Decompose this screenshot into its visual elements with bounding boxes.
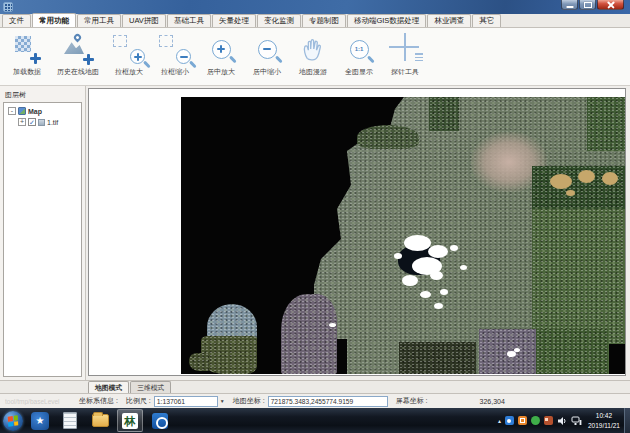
- tab-map-mode[interactable]: 地图模式: [88, 381, 129, 393]
- gis-app-icon: 林: [122, 413, 138, 429]
- show-desktop-button[interactable]: [624, 408, 630, 433]
- tree-node-map[interactable]: - Map: [8, 107, 81, 115]
- tray-antivirus-icon[interactable]: [531, 416, 540, 425]
- full-extent-button[interactable]: 1:1 全图显示: [336, 31, 382, 83]
- tab-common-tools[interactable]: 常用工具: [77, 14, 121, 27]
- clouds: [386, 229, 486, 319]
- imagery-tile: [429, 97, 459, 131]
- imagery-patch-ridge: [281, 294, 337, 374]
- tray-flag-icon[interactable]: [544, 416, 553, 425]
- taskbar-clock[interactable]: 10:42 2019/11/21: [588, 411, 620, 431]
- layer-tree: - Map + ✓ 1.tif: [3, 102, 82, 377]
- ring-app-icon: [152, 413, 168, 429]
- probe-tool-icon: [385, 31, 425, 67]
- full-extent-icon: 1:1: [339, 31, 379, 67]
- windows-logo-icon: [8, 415, 19, 426]
- map-layer-icon: [18, 107, 26, 115]
- star-app-icon: ★: [31, 412, 49, 430]
- maximize-button[interactable]: [579, 0, 596, 10]
- maximize-icon: [584, 2, 592, 8]
- volume-icon[interactable]: [557, 416, 567, 425]
- tray-messenger-icon[interactable]: [505, 416, 514, 425]
- imagery-tile: [587, 97, 625, 151]
- box-zoom-in-icon: [109, 31, 149, 67]
- tab-vector-processing[interactable]: 矢量处理: [212, 14, 256, 27]
- tab-others[interactable]: 其它: [472, 14, 501, 27]
- tab-3d-mode[interactable]: 三维模式: [130, 381, 171, 393]
- imagery-tile: [399, 342, 476, 374]
- map-viewport[interactable]: [88, 88, 626, 376]
- clock-date: 2019/11/21: [588, 421, 620, 431]
- tab-forestry-survey[interactable]: 林业调查: [427, 14, 471, 27]
- nodata-notch: [609, 344, 625, 374]
- map-pan-button[interactable]: 地图漫游: [290, 31, 336, 83]
- app-icon: [3, 2, 13, 12]
- center-zoom-in-icon: [201, 31, 241, 67]
- tab-thematic-mapping[interactable]: 专题制图: [302, 14, 346, 27]
- folder-icon: [92, 414, 109, 427]
- layer-panel-title: 图层树: [0, 86, 85, 103]
- layer-visibility-checkbox[interactable]: ✓: [28, 118, 36, 126]
- tab-change-detection[interactable]: 变化监测: [257, 14, 301, 27]
- taskbar-app-o[interactable]: [147, 409, 173, 432]
- history-online-map-button[interactable]: 历史在线地图: [50, 31, 106, 83]
- coord-system-label: 坐标系信息 :: [79, 396, 118, 406]
- probe-tool-button[interactable]: 探针工具: [382, 31, 428, 83]
- scale-select[interactable]: 1:137061: [154, 396, 218, 407]
- box-zoom-out-icon: [155, 31, 195, 67]
- clock-time: 10:42: [588, 411, 620, 421]
- screen-coord-value: 326,304: [480, 398, 505, 405]
- load-data-icon: [7, 31, 47, 67]
- layer-panel: 图层树 - Map + ✓ 1.tif: [0, 86, 86, 380]
- status-left-note: tool/tmp/baseLevel: [5, 398, 71, 405]
- imagery-tile: [479, 329, 536, 374]
- tab-uav-mosaic[interactable]: UAV拼图: [122, 14, 166, 27]
- scale-label: 比例尺 :: [126, 396, 151, 406]
- map-coord-label: 地图坐标 :: [233, 396, 265, 406]
- center-zoom-in-button[interactable]: 居中放大: [198, 31, 244, 83]
- box-zoom-in-button[interactable]: 拉框放大: [106, 31, 152, 83]
- toolbar: 加载数据 历史在线地图 拉框放大 拉框缩小 居中放大 居中缩小: [0, 28, 630, 86]
- minimize-icon: [566, 6, 573, 8]
- tray-orange-app-icon[interactable]: [518, 416, 527, 425]
- start-button[interactable]: [3, 411, 23, 431]
- pan-hand-icon: [293, 31, 333, 67]
- view-mode-tabs: 地图模式 三维模式: [0, 380, 630, 393]
- taskbar-app-explorer[interactable]: [87, 409, 113, 432]
- history-online-map-icon: [58, 31, 98, 67]
- map-coord-input[interactable]: 721875.3483,2455774.9159: [268, 396, 388, 407]
- minimize-button[interactable]: [561, 0, 578, 10]
- network-icon[interactable]: [571, 416, 582, 425]
- tab-basic-tools[interactable]: 基础工具: [167, 14, 211, 27]
- center-zoom-out-icon: [247, 31, 287, 67]
- map-pin-icon: [73, 33, 83, 43]
- imagery-tile: [536, 329, 608, 374]
- tree-node-tif[interactable]: + ✓ 1.tif: [18, 118, 81, 126]
- box-zoom-out-button[interactable]: 拉框缩小: [152, 31, 198, 83]
- satellite-mosaic: [181, 97, 625, 374]
- tab-file[interactable]: 文件: [2, 14, 31, 27]
- taskbar-app-notepad[interactable]: [57, 409, 83, 432]
- menu-tab-bar: 文件 常用功能 常用工具 UAV拼图 基础工具 矢量处理 变化监测 专题制图 移…: [0, 14, 630, 28]
- raster-layer-icon: [38, 119, 45, 126]
- title-bar: [0, 0, 630, 14]
- notepad-icon: [63, 412, 77, 429]
- scale-dropdown-icon[interactable]: ▼: [220, 398, 225, 404]
- screen-coord-label: 屏幕坐标 :: [396, 396, 428, 406]
- tab-mobile-gis-processing[interactable]: 移动端GIS数据处理: [347, 14, 426, 27]
- imagery-tile-lakes: [532, 166, 625, 209]
- taskbar-app-star[interactable]: ★: [27, 409, 53, 432]
- close-button[interactable]: [597, 0, 624, 10]
- workspace: 图层树 - Map + ✓ 1.tif: [0, 86, 630, 380]
- tab-common-functions[interactable]: 常用功能: [32, 13, 76, 27]
- imagery-tile: [357, 125, 419, 149]
- tray-expand-icon[interactable]: ▴: [498, 417, 501, 424]
- system-tray: ▴ 10:42 2019/11/21: [498, 408, 630, 433]
- taskbar-app-gis[interactable]: 林: [117, 409, 143, 432]
- load-data-button[interactable]: 加载数据: [4, 31, 50, 83]
- taskbar: ★ 林 ▴ 10:42 2019/11/21: [0, 408, 630, 433]
- collapse-toggle[interactable]: -: [8, 107, 16, 115]
- expand-toggle[interactable]: +: [18, 118, 26, 126]
- center-zoom-out-button[interactable]: 居中缩小: [244, 31, 290, 83]
- status-bar: tool/tmp/baseLevel 坐标系信息 : 比例尺 : 1:13706…: [0, 393, 630, 408]
